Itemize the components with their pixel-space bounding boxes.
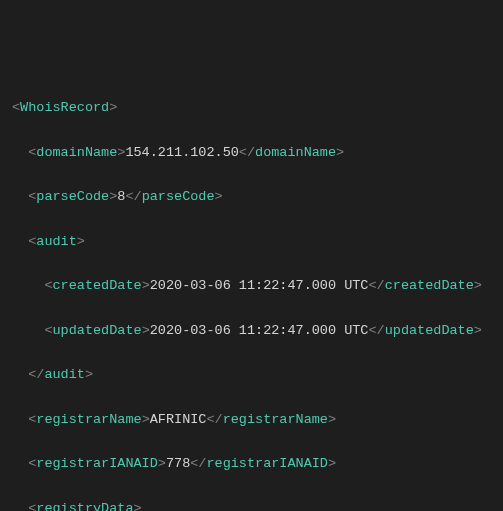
xml-open-root: <WhoisRecord>	[0, 97, 503, 119]
xml-domainName: <domainName>154.211.102.50</domainName>	[0, 142, 503, 164]
xml-close-audit: </audit>	[0, 364, 503, 386]
xml-updatedDate: <updatedDate>2020-03-06 11:22:47.000 UTC…	[0, 320, 503, 342]
xml-createdDate: <createdDate>2020-03-06 11:22:47.000 UTC…	[0, 275, 503, 297]
xml-open-registryData: <registryData>	[0, 498, 503, 511]
xml-registrarIANAID: <registrarIANAID>778</registrarIANAID>	[0, 453, 503, 475]
xml-registrarName: <registrarName>AFRINIC</registrarName>	[0, 409, 503, 431]
xml-open-audit: <audit>	[0, 231, 503, 253]
xml-parseCode: <parseCode>8</parseCode>	[0, 186, 503, 208]
